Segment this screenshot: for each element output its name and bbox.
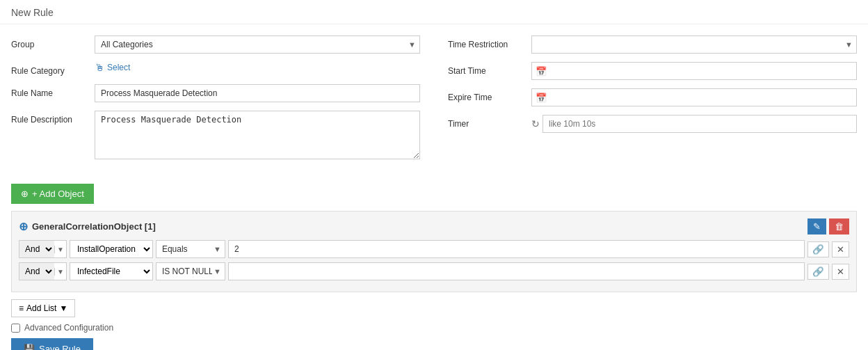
group-field: All Categories ▼	[95, 35, 420, 54]
time-restriction-row: Time Restriction ▼	[448, 35, 857, 54]
condition-link-button-2[interactable]: 🔗	[807, 264, 829, 280]
rule-name-input[interactable]	[95, 84, 420, 102]
group-label: Group	[11, 35, 95, 49]
correlation-section: ⊕ GeneralCorrelationObject [1] ✎ 🗑 And O…	[11, 211, 857, 292]
condition-field-select-1[interactable]: InstallOperation	[70, 240, 153, 258]
expire-time-field: 📅	[531, 88, 857, 106]
start-time-label: Start Time	[448, 62, 531, 76]
rule-description-row: Rule Description Process Masquerade Dete…	[11, 111, 420, 161]
condition-value-input-1[interactable]	[228, 240, 805, 258]
expire-time-input-wrapper: 📅	[531, 88, 857, 106]
rule-name-field	[95, 84, 420, 102]
timer-icon: ↻	[531, 118, 540, 129]
condition-row-2: And Or ▼ InfectedFile IS NOT NULL ▼ 🔗 ✕	[19, 262, 849, 280]
rule-category-field: 🖱 Select	[95, 62, 420, 73]
correlation-delete-button[interactable]: 🗑	[829, 218, 849, 234]
start-time-input[interactable]	[531, 62, 857, 80]
group-select[interactable]: All Categories	[95, 35, 420, 54]
save-icon: 💾	[24, 344, 35, 350]
rule-category-select-link[interactable]: 🖱 Select	[95, 62, 420, 73]
logic-arrow-1: ▼	[54, 246, 66, 253]
condition-value-input-2[interactable]	[228, 262, 805, 280]
condition-op-wrapper-2: IS NOT NULL ▼	[156, 262, 225, 280]
time-restriction-label: Time Restriction	[448, 35, 531, 49]
time-restriction-select[interactable]	[531, 35, 857, 54]
expire-time-calendar-icon: 📅	[536, 93, 547, 103]
rule-description-label: Rule Description	[11, 111, 95, 125]
correlation-add-icon[interactable]: ⊕	[19, 220, 28, 233]
advanced-config-row: Advanced Configuration	[11, 323, 857, 333]
rule-description-field: Process Masquerade Detection	[95, 111, 420, 161]
expire-time-input[interactable]	[531, 88, 857, 106]
time-restriction-field: ▼	[531, 35, 857, 54]
page-title: New Rule	[0, 0, 868, 24]
correlation-header: ⊕ GeneralCorrelationObject [1] ✎ 🗑	[19, 218, 849, 234]
rule-name-row: Rule Name	[11, 84, 420, 102]
form-right: Time Restriction ▼ Start Time 📅 Exp	[448, 35, 857, 170]
add-object-button[interactable]: ⊕ + Add Object	[11, 184, 94, 204]
start-time-input-wrapper: 📅	[531, 62, 857, 80]
timer-input-wrapper: ↻	[531, 115, 857, 133]
start-time-row: Start Time 📅	[448, 62, 857, 80]
condition-remove-button-1[interactable]: ✕	[832, 241, 849, 257]
correlation-actions: ✎ 🗑	[807, 218, 849, 234]
logic-group-2: And Or ▼	[19, 262, 67, 280]
start-time-field: 📅	[531, 62, 857, 80]
advanced-config-checkbox[interactable]	[11, 324, 20, 333]
rule-name-label: Rule Name	[11, 84, 95, 98]
group-select-wrapper: All Categories ▼	[95, 35, 420, 54]
select-link-icon: 🖱	[95, 62, 104, 73]
timer-field: ↻	[531, 115, 857, 133]
condition-op-select-1[interactable]: Equals	[156, 240, 225, 258]
group-row: Group All Categories ▼	[11, 35, 420, 54]
timer-input[interactable]	[542, 115, 857, 133]
correlation-title: GeneralCorrelationObject [1]	[32, 221, 156, 232]
expire-time-row: Expire Time 📅	[448, 88, 857, 106]
condition-op-select-2[interactable]: IS NOT NULL	[156, 262, 225, 280]
rule-description-textarea[interactable]: Process Masquerade Detection	[95, 111, 420, 159]
timer-label: Timer	[448, 115, 531, 129]
add-object-icon: ⊕	[21, 189, 29, 199]
correlation-edit-button[interactable]: ✎	[807, 218, 826, 234]
add-list-button[interactable]: ≡ Add List ▼	[11, 299, 75, 317]
condition-logic-select-2[interactable]: And Or	[19, 263, 54, 280]
timer-row: Timer ↻	[448, 115, 857, 133]
logic-group-1: And Or ▼	[19, 240, 67, 258]
add-list-arrow: ▼	[59, 303, 67, 313]
rule-category-row: Rule Category 🖱 Select	[11, 62, 420, 76]
start-time-calendar-icon: 📅	[536, 66, 547, 77]
logic-arrow-2: ▼	[54, 268, 66, 276]
correlation-title-left: ⊕ GeneralCorrelationObject [1]	[19, 220, 156, 233]
form-left: Group All Categories ▼ Rule Category 🖱 S…	[11, 35, 420, 170]
condition-link-button-1[interactable]: 🔗	[807, 241, 829, 257]
condition-logic-select-1[interactable]: And Or	[19, 241, 54, 257]
expire-time-label: Expire Time	[448, 88, 531, 102]
condition-op-wrapper-1: Equals ▼	[156, 240, 225, 258]
rule-category-label: Rule Category	[11, 62, 95, 76]
condition-row-1: And Or ▼ InstallOperation Equals ▼ 🔗 ✕	[19, 240, 849, 258]
save-rule-button[interactable]: 💾 Save Rule	[11, 338, 93, 350]
add-list-icon: ≡	[19, 303, 24, 313]
condition-remove-button-2[interactable]: ✕	[832, 264, 849, 280]
time-restriction-select-wrapper: ▼	[531, 35, 857, 54]
condition-field-select-2[interactable]: InfectedFile	[70, 262, 153, 280]
advanced-config-label: Advanced Configuration	[24, 323, 113, 333]
